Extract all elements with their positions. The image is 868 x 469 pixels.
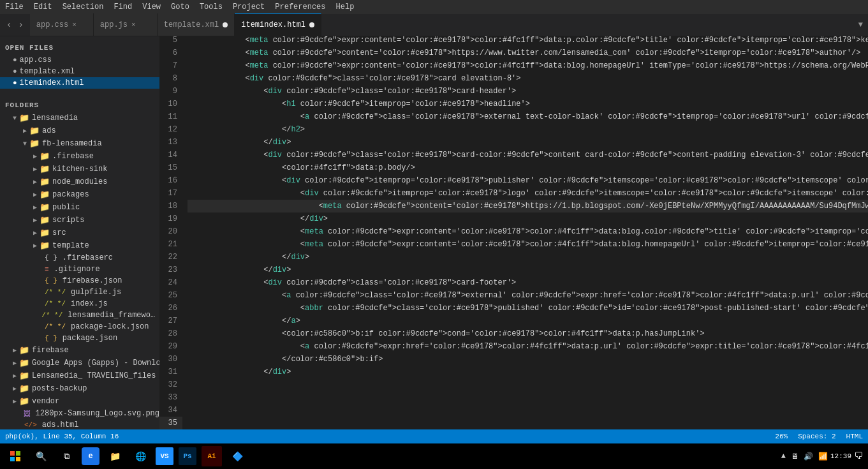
file-ads-html[interactable]: </> ads.html [0,419,159,429]
menu-bar: File Edit Selection Find View Goto Tools… [0,0,868,14]
folder-firebase[interactable]: 📁 .firebase [0,150,159,163]
folder-icon: 📁 [40,241,50,251]
chevron-right-icon [13,359,17,367]
nav-arrows: ‹ › [0,13,30,36]
folder-scripts[interactable]: 📁 scripts [0,214,159,227]
code-area[interactable]: <color:#c586c0">b:includable color:#9cdc… [182,36,868,376]
edge-button[interactable]: e [82,447,99,465]
tab-modified-dot [223,22,228,27]
folder-icon: 📁 [19,383,29,394]
vscode-button[interactable]: VS [156,447,173,465]
menu-find[interactable]: Find [114,3,132,11]
file-firebaserc[interactable]: { } .firebaserc [0,252,159,264]
explorer-button[interactable]: 📁 [105,446,125,466]
file-icon: /* */ [45,300,66,308]
open-file-label: template.xml [20,67,75,76]
file-gitignore[interactable]: ≡ .gitignore [0,264,159,275]
folder-label: vendor [32,397,59,406]
folder-google-apps[interactable]: 📁 Google Apps (Gapps) - Download [0,357,159,369]
open-file-app-css[interactable]: ● app.css [0,54,159,66]
line-number: 26 [159,302,182,315]
file-icon: { } [45,254,57,262]
clock: 12:39 [830,452,851,460]
line-number: 11 [159,110,182,123]
folder-node-modules[interactable]: 📁 node_modules [0,175,159,188]
folder-label: Lensamedia_ TRAVELING_files [32,371,156,380]
chevron-right-icon [33,178,37,186]
open-file-itemindex-html[interactable]: ● itemindex.html [0,77,159,89]
task-view-button[interactable]: ⧉ [56,446,77,466]
line-number: 10 [159,98,182,110]
file-icon: ● [13,68,17,75]
file-label: index.js [71,299,108,308]
chevron-right-icon [33,153,37,160]
file-label: 1280px-Samsung_Logo.svg.png [36,409,159,418]
open-file-template-xml[interactable]: ● template.xml [0,66,159,77]
code-line: <a color:#9cdcfe">class='color:#ce9178">… [188,289,868,302]
taskbar: 🔍 ⧉ e 📁 🌐 VS Ps Ai 🔷 ▲ 🖥 🔊 [0,443,868,469]
menu-help[interactable]: Help [336,3,355,11]
notification-icon[interactable]: 🗨 [854,451,863,461]
code-line: </div> [188,212,868,225]
code-line: <meta color:#9cdcfe">content='color:#ce9… [188,200,868,212]
folder-posts-backup[interactable]: 📁 posts-backup [0,382,159,395]
folder-vendor[interactable]: 📁 vendor [0,395,159,408]
line-number: 19 [159,212,182,225]
start-button[interactable] [5,446,26,466]
folder-firebase-top[interactable]: 📁 firebase [0,344,159,357]
file-samsung-logo[interactable]: 🖼 1280px-Samsung_Logo.svg.png [0,408,159,419]
folder-lensamedia-traveling[interactable]: 📁 Lensamedia_ TRAVELING_files [0,369,159,382]
line-number: 8 [159,72,182,85]
tab-template-xml[interactable]: template.xml [158,13,235,36]
open-files-section: OPEN FILES ● app.css ● template.xml ● it… [0,36,159,94]
nav-forward[interactable]: › [15,19,26,31]
menu-goto[interactable]: Goto [171,3,189,11]
file-firebase-json[interactable]: { } firebase.json [0,275,159,287]
editor[interactable]: 1234567891011121314151617181920212223242… [159,36,868,429]
folder-ads[interactable]: 📁 ads [0,124,159,137]
folder-src[interactable]: 📁 src [0,227,159,239]
tab-close[interactable]: × [131,21,136,29]
ai-button[interactable]: Ai [202,446,222,466]
folder-label: scripts [52,216,84,225]
file-label: package.json [63,334,117,343]
file-icon: ● [13,56,17,64]
code-line: </div> [188,136,868,149]
tab-app-js[interactable]: app.js × [94,13,158,36]
tab-menu-button[interactable]: ▼ [853,13,868,36]
menu-view[interactable]: View [142,3,161,11]
nav-back[interactable]: ‹ [4,19,14,31]
folder-fb-lensamedia[interactable]: 📁 fb-lensamedia [0,137,159,150]
line-number: 35 [159,417,182,429]
extra-button[interactable]: 🔷 [227,446,247,466]
tab-close[interactable]: × [72,21,77,29]
folder-lensamedia[interactable]: 📁 lensamedia [0,112,159,124]
menu-preferences[interactable]: Preferences [275,3,325,11]
ps-button[interactable]: Ps [179,447,196,465]
search-button[interactable]: 🔍 [31,446,51,466]
tab-label: app.js [100,20,128,29]
line-number: 33 [159,391,182,404]
volume-icon: 🔊 [804,452,813,461]
file-lensamedia-framework[interactable]: /* */ lensamedia_framework7-build.js [0,309,159,321]
folder-public[interactable]: 📁 public [0,201,159,214]
folder-template[interactable]: 📁 template [0,239,159,252]
folder-kitchen-sink[interactable]: 📁 kitchen-sink [0,163,159,175]
menu-edit[interactable]: Edit [34,3,52,11]
line-number: 16 [159,174,182,187]
chrome-button[interactable]: 🌐 [130,446,151,466]
file-label: firebase.json [63,276,122,285]
menu-project[interactable]: Project [233,3,265,11]
file-gulpfile[interactable]: /* */ gulpfile.js [0,287,159,298]
menu-selection[interactable]: Selection [63,3,104,11]
menu-file[interactable]: File [5,3,24,11]
file-package-json[interactable]: { } package.json [0,332,159,344]
tab-label: app.css [36,20,68,29]
menu-tools[interactable]: Tools [200,3,223,11]
code-line: <meta color:#9cdcfe">expr:content='color… [188,36,868,47]
tab-itemindex-html[interactable]: itemindex.html [235,13,321,36]
file-index-js[interactable]: /* */ index.js [0,298,159,309]
tab-app-css[interactable]: app.css × [30,13,94,36]
file-package-lock[interactable]: /* */ package-lock.json [0,321,159,332]
folder-packages[interactable]: 📁 packages [0,188,159,201]
